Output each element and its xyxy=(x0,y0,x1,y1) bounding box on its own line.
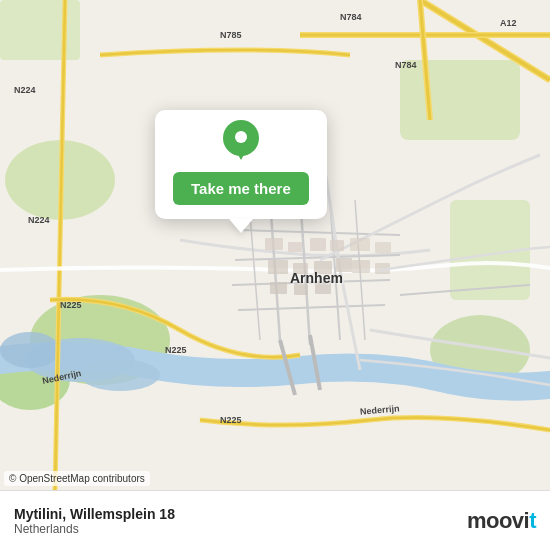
svg-point-10 xyxy=(80,359,160,391)
svg-rect-23 xyxy=(288,242,302,252)
road-label-n225-1: N225 xyxy=(60,300,82,310)
svg-rect-25 xyxy=(330,240,344,251)
footer-address: Mytilini, Willemsplein 18 xyxy=(14,506,175,522)
svg-rect-34 xyxy=(375,242,391,253)
footer-address-block: Mytilini, Willemsplein 18 Netherlands xyxy=(14,506,175,536)
road-label-n224-1: N224 xyxy=(14,85,36,95)
osm-attribution: © OpenStreetMap contributors xyxy=(4,471,150,486)
logo-text: moovit xyxy=(467,508,536,534)
svg-point-9 xyxy=(0,332,60,368)
svg-rect-33 xyxy=(350,238,370,251)
svg-rect-24 xyxy=(310,238,326,251)
road-label-n225-2: N225 xyxy=(165,345,187,355)
location-pin-icon xyxy=(219,120,263,164)
map-container: N784 N784 N785 N224 N224 N225 N225 N225 … xyxy=(0,0,550,490)
svg-point-38 xyxy=(235,131,247,143)
road-label-n225-3: N225 xyxy=(220,415,242,425)
road-label-n224-2: N224 xyxy=(28,215,50,225)
road-label-n784-2: N784 xyxy=(395,60,417,70)
svg-rect-7 xyxy=(0,0,80,60)
footer: Mytilini, Willemsplein 18 Netherlands mo… xyxy=(0,490,550,550)
logo-text-accent: t xyxy=(529,508,536,533)
svg-rect-4 xyxy=(400,60,520,140)
svg-rect-26 xyxy=(268,260,288,274)
footer-country: Netherlands xyxy=(14,522,175,536)
take-me-there-button[interactable]: Take me there xyxy=(173,172,309,205)
svg-rect-22 xyxy=(265,238,283,250)
city-label: Arnhem xyxy=(290,270,343,286)
svg-rect-35 xyxy=(352,260,370,273)
moovit-logo: moovit xyxy=(467,508,536,534)
svg-rect-30 xyxy=(270,282,287,294)
logo-text-dark: moovi xyxy=(467,508,529,533)
road-label-a12: A12 xyxy=(500,18,517,28)
road-label-n785: N785 xyxy=(220,30,242,40)
map-popup: Take me there xyxy=(155,110,327,219)
road-label-n784-1: N784 xyxy=(340,12,362,22)
